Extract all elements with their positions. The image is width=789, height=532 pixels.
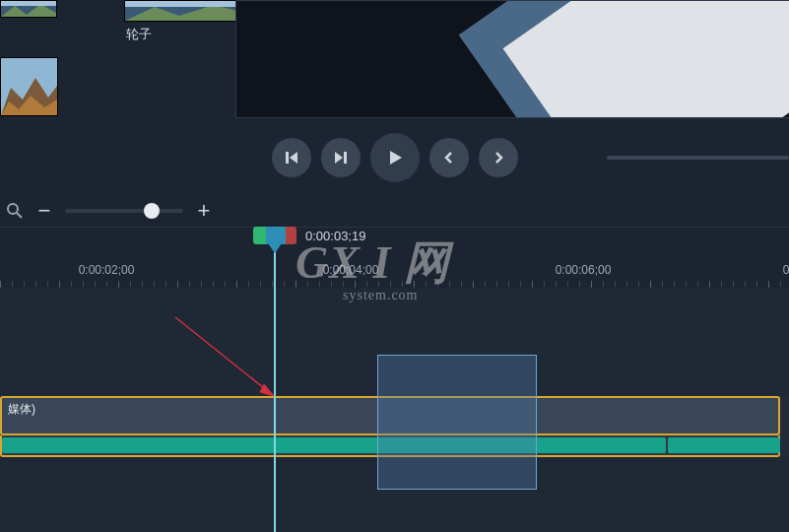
chevron-left-icon bbox=[442, 151, 456, 165]
video-editor-root: 轮子 − + bbox=[0, 0, 789, 532]
play-button[interactable] bbox=[370, 133, 420, 182]
playhead-cap[interactable] bbox=[253, 227, 296, 244]
audio-waveform-segment bbox=[2, 437, 666, 453]
magnifier-icon bbox=[6, 202, 24, 220]
svg-rect-11 bbox=[344, 152, 347, 164]
svg-point-14 bbox=[8, 204, 18, 214]
ruler-tick-label: 0:00:02;00 bbox=[79, 263, 135, 277]
annotation-arrow-icon bbox=[171, 313, 290, 412]
next-button[interactable] bbox=[479, 138, 518, 177]
prev-button[interactable] bbox=[429, 138, 469, 177]
timeline-ruler[interactable]: 0:00:02;000:00:04;000:00:06;000 bbox=[0, 227, 789, 290]
svg-line-16 bbox=[175, 317, 274, 396]
step-forward-button[interactable] bbox=[321, 138, 361, 177]
step-back-icon bbox=[284, 150, 299, 166]
zoom-out-button[interactable]: − bbox=[37, 198, 51, 224]
ruler-tick-label: 0:00:06;00 bbox=[556, 263, 612, 277]
marquee-selection[interactable] bbox=[377, 355, 537, 490]
step-forward-icon bbox=[333, 150, 349, 166]
media-browser: 轮子 bbox=[0, 0, 229, 118]
audio-waveform-segment bbox=[668, 437, 780, 453]
ruler-tick-label: 0:00:04;00 bbox=[323, 263, 379, 277]
timeline-zoom-row: − + bbox=[0, 195, 789, 227]
preview-monitor[interactable] bbox=[235, 0, 789, 118]
media-thumb-label: 轮子 bbox=[62, 26, 215, 43]
media-thumb[interactable] bbox=[0, 57, 58, 116]
playhead-triangle-icon bbox=[268, 243, 282, 253]
playhead-timecode: 0:00:03;19 bbox=[305, 229, 365, 243]
svg-rect-9 bbox=[286, 152, 289, 164]
svg-marker-10 bbox=[290, 152, 297, 164]
media-thumb[interactable] bbox=[0, 0, 57, 18]
svg-marker-13 bbox=[390, 151, 402, 165]
svg-rect-2 bbox=[1, 1, 56, 6]
landscape-icon bbox=[1, 58, 57, 115]
svg-marker-12 bbox=[335, 152, 343, 164]
zoom-in-button[interactable]: + bbox=[197, 198, 211, 224]
clip-label: 媒体) bbox=[8, 401, 35, 418]
play-icon bbox=[385, 148, 405, 167]
preview-content-shape bbox=[503, 0, 789, 118]
ruler-tick-label: 0 bbox=[783, 263, 789, 277]
preview-scrubber[interactable] bbox=[607, 156, 789, 160]
landscape-icon bbox=[1, 1, 56, 17]
svg-line-15 bbox=[17, 213, 22, 218]
zoom-slider[interactable] bbox=[65, 209, 183, 213]
zoom-slider-thumb[interactable] bbox=[144, 203, 160, 219]
step-back-button[interactable] bbox=[272, 138, 311, 177]
chevron-right-icon bbox=[492, 151, 505, 165]
